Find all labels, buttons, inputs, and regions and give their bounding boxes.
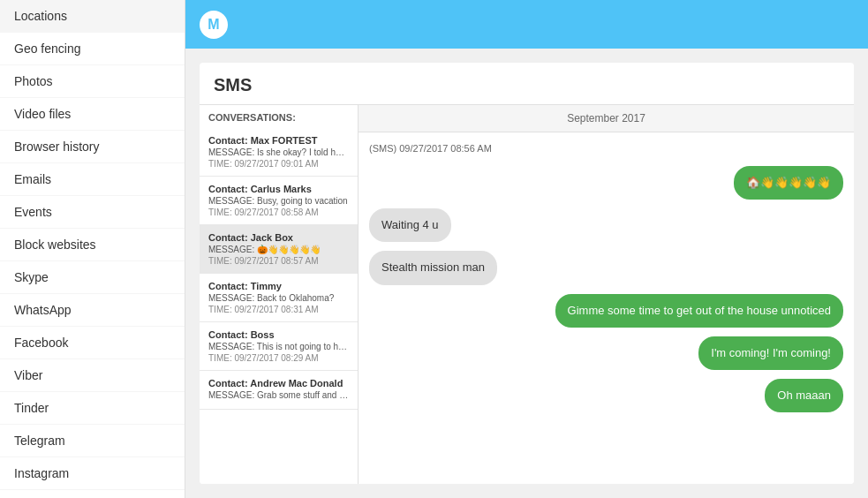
conv-time: TIME: 09/27/2017 08:57 AM <box>208 256 349 266</box>
sidebar-item-label: Telegram <box>14 434 65 448</box>
sidebar-item-kik-messenger[interactable]: Kik Messenger <box>0 490 185 498</box>
logo-letter: M <box>208 17 219 33</box>
chat-bubble: Waiting 4 u <box>369 208 451 242</box>
conversations-list: Contact: Max FORTEST MESSAGE: Is she oka… <box>200 128 358 410</box>
sidebar-item-label: Block websites <box>14 238 96 252</box>
sidebar-item-whatsapp[interactable]: WhatsApp <box>0 294 185 327</box>
conversation-item[interactable]: Contact: Jack Box MESSAGE: 🎃👋👋👋👋👋 TIME: … <box>200 225 358 274</box>
sidebar-item-photos[interactable]: Photos <box>0 65 185 98</box>
chat-bubble: Stealth mission man <box>369 251 497 284</box>
topbar: M <box>185 0 868 49</box>
chat-bubble: 🏠👋👋👋👋👋 <box>734 166 843 200</box>
sidebar-item-label: Browser history <box>14 140 99 154</box>
conversations-header: CONVERSATIONS: <box>200 105 358 128</box>
sidebar-item-instagram[interactable]: Instagram <box>0 457 185 490</box>
sidebar-item-facebook[interactable]: Facebook <box>0 327 185 359</box>
messages-list: 🏠👋👋👋👋👋Waiting 4 uStealth mission manGimm… <box>369 166 843 412</box>
sidebar-item-emails[interactable]: Emails <box>0 163 185 196</box>
sidebar-item-label: Viber <box>14 368 42 382</box>
conv-contact: Contact: Timmy <box>208 281 349 291</box>
sidebar-item-events[interactable]: Events <box>0 196 185 229</box>
conv-time: TIME: 09/27/2017 08:31 AM <box>208 305 349 314</box>
chat-bubble: Gimme some time to get out of the house … <box>555 294 843 328</box>
sidebar-item-label: Emails <box>14 172 51 186</box>
sidebar-item-viber[interactable]: Viber <box>0 359 185 392</box>
conversation-item[interactable]: Contact: Timmy MESSAGE: Back to Oklahoma… <box>200 274 358 322</box>
sidebar-item-locations[interactable]: Locations <box>0 0 185 33</box>
conv-contact: Contact: Jack Box <box>208 232 349 243</box>
conv-message: MESSAGE: Busy, going to vacation <box>208 196 349 206</box>
conv-contact: Contact: Boss <box>208 329 349 340</box>
sidebar-item-tinder[interactable]: Tinder <box>0 392 185 425</box>
chat-date-header: September 2017 <box>359 105 854 132</box>
sms-body: CONVERSATIONS: Contact: Max FORTEST MESS… <box>200 104 854 484</box>
sidebar-item-label: WhatsApp <box>14 303 72 317</box>
conversations-panel: CONVERSATIONS: Contact: Max FORTEST MESS… <box>200 105 359 484</box>
conv-contact: Contact: Carlus Marks <box>208 184 349 194</box>
sidebar-item-video-files[interactable]: Video files <box>0 98 185 131</box>
sidebar: LocationsGeo fencingPhotosVideo filesBro… <box>0 0 185 498</box>
conversation-item[interactable]: Contact: Andrew Mac Donald MESSAGE: Grab… <box>200 371 358 410</box>
conversation-item[interactable]: Contact: Carlus Marks MESSAGE: Busy, goi… <box>200 177 358 225</box>
conv-time: TIME: 09/27/2017 09:01 AM <box>208 159 349 169</box>
sidebar-item-label: Skype <box>14 270 49 284</box>
conv-time: TIME: 09/27/2017 08:29 AM <box>208 353 349 363</box>
sidebar-item-label: Instagram <box>14 466 69 480</box>
chat-messages: (SMS) 09/27/2017 08:56 AM 🏠👋👋👋👋👋Waiting … <box>359 132 854 484</box>
conv-contact: Contact: Andrew Mac Donald <box>208 378 349 389</box>
sidebar-item-label: Geo fencing <box>14 42 81 56</box>
conversation-item[interactable]: Contact: Boss MESSAGE: This is not going… <box>200 322 358 371</box>
main-content: M SMS CONVERSATIONS: Contact: Max FORTES… <box>185 0 868 498</box>
sms-meta: (SMS) 09/27/2017 08:56 AM <box>369 143 843 154</box>
sidebar-item-telegram[interactable]: Telegram <box>0 425 185 457</box>
sidebar-item-skype[interactable]: Skype <box>0 261 185 294</box>
sms-container: SMS CONVERSATIONS: Contact: Max FORTEST … <box>200 63 854 484</box>
conv-message: MESSAGE: Back to Oklahoma? <box>208 293 349 303</box>
chat-bubble: Oh maaan <box>765 379 843 412</box>
sidebar-item-label: Video files <box>14 107 71 121</box>
conv-time: TIME: 09/27/2017 08:58 AM <box>208 208 349 217</box>
sidebar-item-label: Events <box>14 205 52 219</box>
conv-message: MESSAGE: Grab some stuff and I'll meet <box>208 390 349 400</box>
topbar-logo: M <box>200 11 228 39</box>
chat-bubble: I'm coming! I'm coming! <box>698 336 843 370</box>
sms-title: SMS <box>200 63 854 104</box>
chat-area: September 2017 (SMS) 09/27/2017 08:56 AM… <box>359 105 854 484</box>
conv-message: MESSAGE: 🎃👋👋👋👋👋 <box>208 245 349 254</box>
sidebar-item-geo-fencing[interactable]: Geo fencing <box>0 33 185 65</box>
sidebar-item-label: Photos <box>14 74 53 88</box>
conv-contact: Contact: Max FORTEST <box>208 135 349 146</box>
sidebar-item-label: Locations <box>14 9 67 23</box>
sidebar-item-label: Facebook <box>14 336 68 350</box>
conv-message: MESSAGE: Is she okay? I told her that t.… <box>208 147 349 157</box>
sidebar-item-block-websites[interactable]: Block websites <box>0 229 185 261</box>
sidebar-item-label: Tinder <box>14 401 49 415</box>
conv-message: MESSAGE: This is not going to happen! <box>208 342 349 351</box>
conversation-item[interactable]: Contact: Max FORTEST MESSAGE: Is she oka… <box>200 128 358 177</box>
sidebar-item-browser-history[interactable]: Browser history <box>0 131 185 163</box>
